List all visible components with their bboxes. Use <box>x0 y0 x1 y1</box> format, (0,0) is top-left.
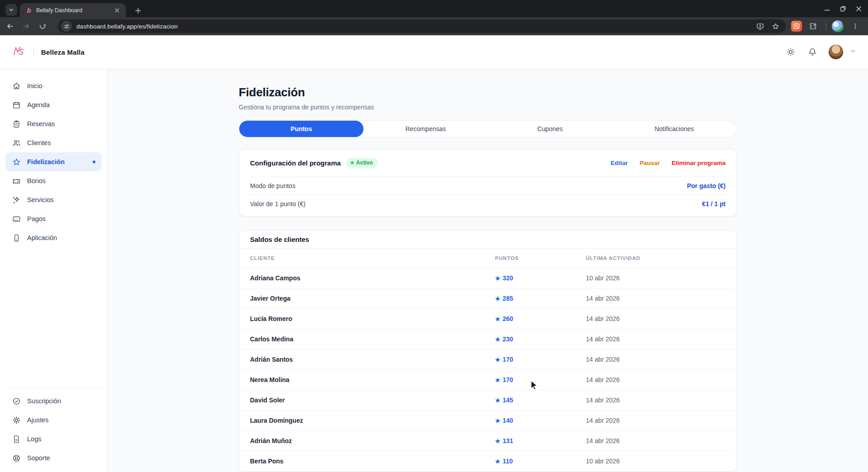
sidebar-item-label: Servicios <box>27 196 54 203</box>
sidebar-item-label: Agenda <box>27 101 50 109</box>
table-row[interactable]: Adrián Santos ★170 14 abr 2026 <box>239 349 736 370</box>
user-avatar[interactable] <box>828 44 844 60</box>
program-config-card: Configuración del programa Activo Editar… <box>239 149 737 217</box>
active-indicator-dot <box>93 160 95 163</box>
sidebar-item-soporte[interactable]: Soporte <box>5 448 102 467</box>
extensions-puzzle-icon[interactable] <box>807 21 818 32</box>
gear-icon <box>12 415 21 425</box>
table-row[interactable]: Nerea Molina ★170 14 abr 2026 <box>239 370 736 390</box>
extension-badge-icon[interactable] <box>791 21 802 32</box>
profile-chevron-down-icon[interactable] <box>850 48 856 56</box>
points-star-icon: ★ <box>495 458 500 465</box>
sidebar-item-label: Inicio <box>27 82 42 90</box>
page-subtitle: Gestiona tu programa de puntos y recompe… <box>239 104 737 111</box>
sidebar-item-clientes[interactable]: Clientes <box>5 133 102 152</box>
points-star-icon: ★ <box>495 316 500 322</box>
tab-search-button[interactable] <box>5 4 17 16</box>
sidebar-item-logs[interactable]: Logs <box>5 430 102 448</box>
browser-tab[interactable]: b Bellafy Dashboard <box>20 3 126 17</box>
points-star-icon: ★ <box>495 295 500 302</box>
tab-cupones[interactable]: Cupones <box>488 121 612 137</box>
points-star-icon: ★ <box>495 275 500 282</box>
browser-titlebar: b Bellafy Dashboard <box>0 0 868 17</box>
window-controls <box>824 0 862 17</box>
window-minimize-icon[interactable] <box>824 6 830 12</box>
bell-icon <box>808 47 817 57</box>
smartphone-icon <box>12 233 21 242</box>
bookmark-star-icon[interactable] <box>769 20 781 32</box>
url-bar[interactable]: dashboard.bellafy.app/es/fidelizacion <box>58 19 786 33</box>
col-cliente: CLIENTE <box>250 255 495 261</box>
sidebar-item-bonos[interactable]: Bonos <box>5 171 102 190</box>
client-balances-card: Saldos de clientes CLIENTE PUNTOS ÚLTIMA… <box>239 230 737 472</box>
notifications-button[interactable] <box>807 46 818 58</box>
install-app-icon[interactable] <box>754 20 766 32</box>
site-controls-icon[interactable] <box>61 21 72 32</box>
sidebar-item-label: Soporte <box>27 454 50 462</box>
points-star-icon: ★ <box>495 397 500 404</box>
status-dot <box>351 161 354 164</box>
clipboard-icon <box>12 119 21 128</box>
tab-puntos[interactable]: Puntos <box>239 121 363 137</box>
table-row[interactable]: Lucía Romero ★260 14 abr 2026 <box>239 309 736 329</box>
sidebar-item-label: Pagos <box>27 215 46 222</box>
loyalty-tabs: Puntos Recompensas Cupones Notificacione… <box>239 120 737 137</box>
theme-toggle-button[interactable] <box>785 46 797 58</box>
sidebar-item-servicios[interactable]: Servicios <box>5 190 102 209</box>
tab-close-icon[interactable] <box>113 6 121 14</box>
table-row[interactable]: Adrián Muñoz ★131 14 abr 2026 <box>239 431 736 451</box>
browser-menu-icon[interactable] <box>850 21 861 32</box>
points-star-icon: ★ <box>495 356 500 363</box>
sidebar-item-inicio[interactable]: Inicio <box>5 76 102 95</box>
table-row[interactable]: Adriana Campos ★320 10 abr 2026 <box>239 268 736 288</box>
delete-program-button[interactable]: Eliminar programa <box>672 160 726 166</box>
sidebar-item-suscripcion[interactable]: Suscripción <box>5 392 102 411</box>
sidebar-item-label: Suscripción <box>27 397 61 405</box>
edit-program-button[interactable]: Editar <box>610 160 627 166</box>
url-text[interactable]: dashboard.bellafy.app/es/fidelizacion <box>76 23 750 30</box>
browser-profile-avatar[interactable] <box>832 20 844 32</box>
back-arrow-icon <box>6 22 14 30</box>
col-actividad: ÚLTIMA ACTIVIDAD <box>586 255 726 261</box>
window-close-icon[interactable] <box>856 6 862 12</box>
main-content: Fidelización Gestiona tu programa de pun… <box>108 69 868 472</box>
config-card-title: Configuración del programa <box>250 159 341 167</box>
sidebar-item-label: Aplicación <box>27 234 57 241</box>
status-badge: Activo <box>346 158 377 168</box>
sidebar-item-aplicacion[interactable]: Aplicación <box>5 228 102 247</box>
page-title: Fidelización <box>239 85 737 99</box>
reload-button[interactable] <box>36 20 49 33</box>
table-row[interactable]: Berta Pons ★110 10 abr 2026 <box>239 451 736 472</box>
sidebar-item-label: Logs <box>27 435 41 443</box>
home-icon <box>12 81 21 90</box>
back-button[interactable] <box>4 20 16 33</box>
new-tab-button[interactable] <box>132 5 144 16</box>
points-star-icon: ★ <box>495 377 500 383</box>
sidebar-footer: Suscripción Ajustes Logs Soporte <box>5 387 102 467</box>
sidebar-item-label: Reservas <box>27 120 55 127</box>
ticket-icon <box>12 176 21 185</box>
sidebar-item-fidelizacion[interactable]: Fidelización <box>5 152 102 171</box>
forward-button[interactable] <box>20 20 33 33</box>
chevron-down-icon <box>9 7 14 13</box>
table-row[interactable]: Laura Domínguez ★140 14 abr 2026 <box>239 411 736 431</box>
table-row[interactable]: Carlos Medina ★230 14 abr 2026 <box>239 329 736 349</box>
table-row[interactable]: David Soler ★145 14 abr 2026 <box>239 390 736 411</box>
sidebar: Inicio Agenda Reservas Clientes Fideliza… <box>0 69 108 472</box>
tab-recompensas[interactable]: Recompensas <box>363 121 488 137</box>
pause-program-button[interactable]: Pausar <box>640 160 660 166</box>
tab-title: Bellafy Dashboard <box>36 7 113 14</box>
brand-divider <box>33 47 34 57</box>
file-text-icon <box>12 434 21 444</box>
reload-icon <box>39 23 47 30</box>
sidebar-item-label: Clientes <box>27 139 51 146</box>
sidebar-item-ajustes[interactable]: Ajustes <box>5 411 102 430</box>
sidebar-item-reservas[interactable]: Reservas <box>5 114 102 133</box>
table-row[interactable]: Javier Ortega ★285 14 abr 2026 <box>239 288 736 309</box>
balances-title: Saldos de clientes <box>239 231 736 249</box>
badge-check-icon <box>12 396 21 406</box>
tab-notificaciones[interactable]: Notificaciones <box>612 121 736 137</box>
window-restore-icon[interactable] <box>840 6 846 12</box>
sidebar-item-agenda[interactable]: Agenda <box>5 95 102 114</box>
sidebar-item-pagos[interactable]: Pagos <box>5 209 102 228</box>
